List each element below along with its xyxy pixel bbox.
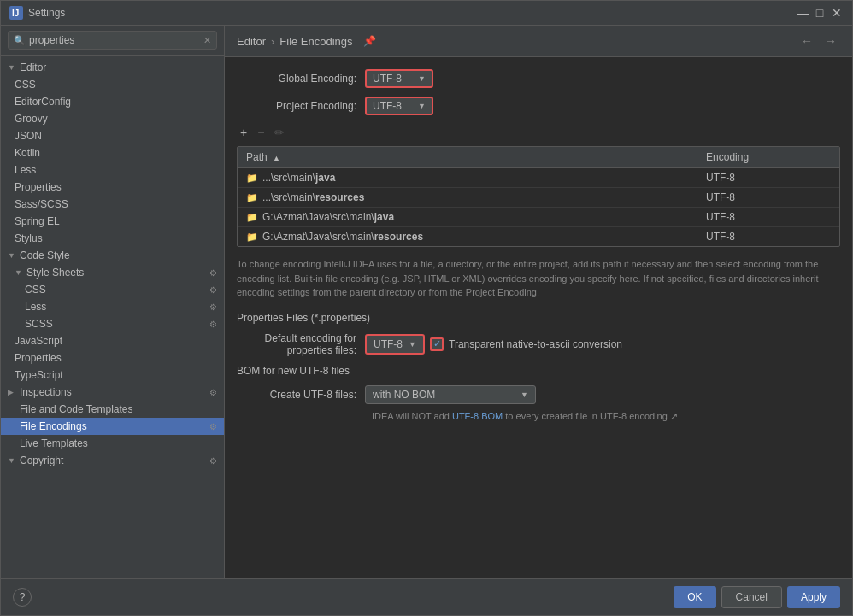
encodings-table: Path ▲ Encoding — [237, 146, 840, 247]
settings-icon: ⚙ — [209, 268, 217, 278]
sidebar-item-sassscss[interactable]: Sass/SCSS — [1, 196, 224, 213]
sidebar-tree: ▼ Editor CSS EditorConfig Groovy JSON Ko… — [1, 56, 224, 578]
copyright-settings-icon: ⚙ — [209, 456, 217, 466]
sidebar-item-javascript[interactable]: JavaScript — [1, 332, 224, 349]
encoding-value: UTF-8 — [697, 208, 839, 227]
sidebar-item-typescript[interactable]: TypeScript — [1, 367, 224, 384]
sidebar-item-codestyle[interactable]: ▼ Code Style — [1, 247, 224, 264]
project-encoding-dropdown[interactable]: UTF-8 ▼ — [365, 97, 433, 115]
sidebar-item-fileencodings[interactable]: File Encodings ⚙ — [1, 418, 224, 435]
default-encoding-label: Default encoding for properties files: — [237, 332, 356, 356]
bom-link[interactable]: UTF-8 BOM — [452, 411, 503, 421]
table-row[interactable]: 📁 G:\Azmat\Java\src\main\java UTF-8 — [238, 208, 839, 227]
breadcrumb-separator-icon: › — [271, 35, 274, 48]
help-button[interactable]: ? — [13, 588, 32, 607]
sidebar-item-editorconfig[interactable]: EditorConfig — [1, 93, 224, 110]
edit-button[interactable]: ✏ — [271, 124, 288, 141]
global-encoding-row: Global Encoding: UTF-8 ▼ — [237, 69, 840, 88]
search-clear-icon[interactable]: ✕ — [203, 35, 211, 46]
sidebar-item-copyright[interactable]: ▼ Copyright ⚙ — [1, 452, 224, 469]
title-bar-left: IJ Settings — [9, 6, 65, 20]
sidebar-item-inspections[interactable]: ▶ Inspections ⚙ — [1, 384, 224, 401]
bottom-bar: ? OK Cancel Apply — [1, 578, 852, 615]
path-value: ...\src\main\resources — [262, 191, 364, 203]
breadcrumb-parent: Editor — [237, 35, 266, 48]
folder-icon: 📁 — [246, 212, 258, 223]
settings-window: IJ Settings — □ ✕ 🔍 ✕ ▼ — [0, 0, 853, 616]
sidebar-item-less2[interactable]: Less ⚙ — [1, 298, 224, 315]
ok-button[interactable]: OK — [674, 586, 715, 608]
breadcrumb: Editor › File Encodings 📌 — [237, 35, 376, 48]
sidebar-item-editor[interactable]: ▼ Editor — [1, 59, 224, 76]
maximize-button[interactable]: □ — [813, 6, 827, 20]
path-value: G:\Azmat\Java\src\main\java — [262, 211, 394, 223]
pin-icon: 📌 — [363, 35, 376, 47]
sidebar-item-properties2[interactable]: Properties — [1, 349, 224, 367]
sidebar-item-springel[interactable]: Spring EL — [1, 213, 224, 230]
info-text: To change encoding IntelliJ IDEA uses fo… — [237, 257, 840, 300]
props-encoding-value: UTF-8 — [374, 338, 403, 350]
search-input[interactable] — [29, 34, 200, 46]
forward-button[interactable]: → — [821, 32, 840, 50]
remove-button[interactable]: − — [254, 124, 268, 141]
cancel-button[interactable]: Cancel — [721, 586, 782, 608]
main-panel: Editor › File Encodings 📌 ← → Global Enc… — [225, 26, 852, 578]
sidebar-item-css2[interactable]: CSS ⚙ — [1, 281, 224, 298]
col-encoding-label: Encoding — [706, 151, 749, 163]
sidebar: 🔍 ✕ ▼ Editor CSS EditorConfig Gr — [1, 26, 225, 578]
props-encoding-dropdown[interactable]: UTF-8 ▼ — [365, 334, 425, 355]
global-encoding-label: Global Encoding: — [237, 73, 356, 85]
transparent-checkbox[interactable]: ✓ — [430, 337, 444, 351]
create-utf8-dropdown[interactable]: with NO BOM ▼ — [365, 385, 536, 404]
col-path[interactable]: Path ▲ — [238, 147, 697, 168]
panel-body: Global Encoding: UTF-8 ▼ Project Encodin… — [225, 57, 852, 578]
breadcrumb-current: File Encodings — [279, 35, 352, 48]
back-button[interactable]: ← — [797, 32, 816, 50]
checkmark-icon: ✓ — [433, 338, 441, 349]
sort-arrow-icon: ▲ — [273, 154, 280, 162]
sidebar-item-stylus[interactable]: Stylus — [1, 230, 224, 247]
action-buttons: OK Cancel Apply — [674, 586, 840, 608]
encoding-value: UTF-8 — [697, 227, 839, 247]
path-cell: 📁 G:\Azmat\Java\src\main\resources — [246, 231, 689, 243]
sidebar-item-scss2[interactable]: SCSS ⚙ — [1, 315, 224, 332]
minimize-button[interactable]: — — [796, 6, 809, 20]
sidebar-item-stylesheets[interactable]: ▼ Style Sheets ⚙ — [1, 264, 224, 281]
props-encoding-controls: UTF-8 ▼ ✓ Transparent native-to-ascii co… — [365, 334, 622, 355]
settings-icon-scss: ⚙ — [209, 320, 217, 329]
sidebar-item-livetemplates[interactable]: Live Templates — [1, 435, 224, 452]
sidebar-item-css[interactable]: CSS — [1, 76, 224, 93]
copyright-arrow-icon: ▼ — [8, 456, 16, 465]
table-row[interactable]: 📁 G:\Azmat\Java\src\main\resources UTF-8 — [238, 227, 839, 247]
encoding-value: UTF-8 — [697, 168, 839, 188]
create-utf8-label: Create UTF-8 files: — [237, 389, 356, 401]
inspections-arrow-icon: ▶ — [8, 388, 16, 396]
sidebar-item-groovy[interactable]: Groovy — [1, 110, 224, 127]
inspections-settings-icon: ⚙ — [209, 388, 217, 397]
sidebar-item-label: Editor — [20, 62, 217, 73]
search-box: 🔍 ✕ — [1, 26, 224, 56]
global-encoding-value: UTF-8 — [373, 73, 402, 85]
panel-nav: ← → — [797, 32, 840, 50]
sidebar-item-filecodetemplates[interactable]: File and Code Templates — [1, 401, 224, 418]
close-button[interactable]: ✕ — [830, 6, 844, 20]
settings-icon-less: ⚙ — [209, 302, 217, 312]
app-icon: IJ — [9, 6, 23, 20]
sidebar-item-properties[interactable]: Properties — [1, 179, 224, 196]
dropdown-arrow-icon2: ▼ — [418, 102, 426, 110]
sidebar-item-json[interactable]: JSON — [1, 127, 224, 144]
create-utf8-row: Create UTF-8 files: with NO BOM ▼ — [237, 385, 840, 404]
window-title: Settings — [28, 7, 65, 19]
apply-button[interactable]: Apply — [787, 586, 840, 608]
global-encoding-dropdown[interactable]: UTF-8 ▼ — [365, 69, 433, 88]
sidebar-item-kotlin[interactable]: Kotlin — [1, 144, 224, 161]
create-utf8-value: with NO BOM — [373, 389, 435, 401]
table-row[interactable]: 📁 ...\src\main\resources UTF-8 — [238, 188, 839, 208]
bom-section: BOM for new UTF-8 files Create UTF-8 fil… — [237, 365, 840, 422]
table-row[interactable]: 📁 ...\src\main\java UTF-8 — [238, 168, 839, 188]
svg-text:IJ: IJ — [12, 9, 19, 18]
add-button[interactable]: + — [237, 124, 250, 141]
transparent-label: Transparent native-to-ascii conversion — [449, 338, 622, 350]
sidebar-item-less[interactable]: Less — [1, 161, 224, 179]
encoding-value: UTF-8 — [697, 188, 839, 208]
